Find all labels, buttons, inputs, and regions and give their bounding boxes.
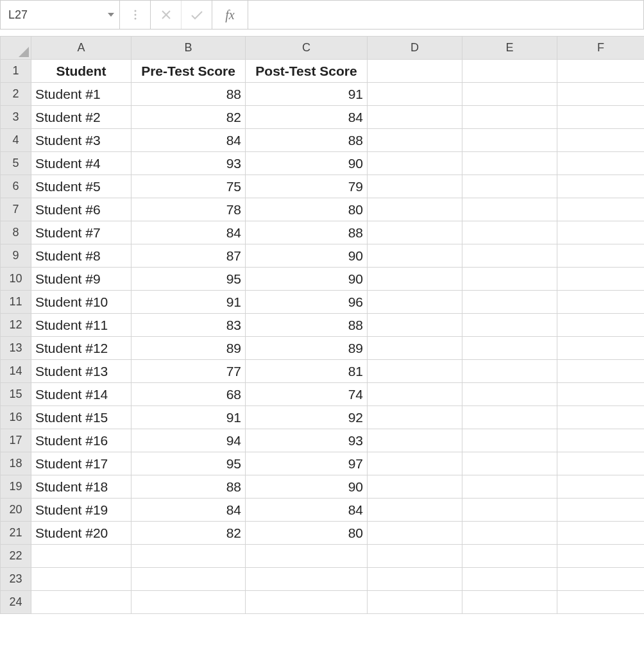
cell[interactable]: 93 — [131, 152, 246, 175]
cell[interactable] — [368, 152, 462, 175]
cell[interactable] — [462, 429, 557, 452]
cell[interactable]: 84 — [246, 499, 368, 522]
cell[interactable] — [462, 499, 557, 522]
cell[interactable] — [131, 568, 246, 591]
cell[interactable]: 77 — [131, 360, 246, 383]
row-header[interactable]: 4 — [1, 129, 31, 152]
cell[interactable]: Student #4 — [31, 152, 131, 175]
cell[interactable] — [368, 221, 462, 244]
col-header-F[interactable]: F — [557, 37, 645, 60]
cell[interactable] — [462, 106, 557, 129]
cell[interactable] — [462, 475, 557, 499]
row-header[interactable]: 21 — [1, 522, 31, 545]
cell[interactable] — [462, 83, 557, 106]
cell[interactable] — [368, 83, 462, 106]
cell[interactable] — [557, 475, 645, 499]
cell[interactable] — [557, 383, 645, 406]
cell[interactable]: Student #11 — [31, 314, 131, 337]
cell[interactable]: Student #15 — [31, 406, 131, 429]
col-header-E[interactable]: E — [462, 37, 557, 60]
cell[interactable] — [368, 244, 462, 268]
cell[interactable]: 80 — [246, 522, 368, 545]
cell[interactable] — [557, 406, 645, 429]
cell[interactable] — [557, 221, 645, 244]
cell[interactable]: Student #20 — [31, 522, 131, 545]
cell[interactable] — [557, 175, 645, 198]
row-header[interactable]: 20 — [1, 499, 31, 522]
chevron-down-icon[interactable] — [108, 10, 114, 20]
name-box[interactable]: L27 — [1, 1, 120, 29]
cell[interactable] — [368, 383, 462, 406]
cell[interactable]: 91 — [246, 83, 368, 106]
row-header[interactable]: 11 — [1, 291, 31, 314]
cell[interactable]: 88 — [131, 475, 246, 499]
row-header[interactable]: 3 — [1, 106, 31, 129]
cell[interactable]: 78 — [131, 198, 246, 221]
cell[interactable] — [368, 406, 462, 429]
cell[interactable] — [462, 198, 557, 221]
cell[interactable] — [557, 314, 645, 337]
cell[interactable]: 94 — [131, 429, 246, 452]
cell[interactable]: Student #3 — [31, 129, 131, 152]
cell[interactable]: 74 — [246, 383, 368, 406]
cell[interactable] — [462, 545, 557, 568]
cell[interactable]: 84 — [246, 106, 368, 129]
cell[interactable] — [557, 360, 645, 383]
col-header-B[interactable]: B — [131, 37, 246, 60]
cell[interactable]: Student #5 — [31, 175, 131, 198]
cell[interactable] — [246, 568, 368, 591]
cell[interactable] — [368, 314, 462, 337]
cell[interactable] — [368, 429, 462, 452]
cell[interactable] — [462, 244, 557, 268]
row-header[interactable]: 10 — [1, 268, 31, 291]
cell[interactable]: Student #10 — [31, 291, 131, 314]
row-header[interactable]: 9 — [1, 244, 31, 268]
cell[interactable] — [462, 337, 557, 360]
col-header-C[interactable]: C — [246, 37, 368, 60]
cell[interactable] — [462, 406, 557, 429]
cell[interactable]: 84 — [131, 499, 246, 522]
cell[interactable] — [368, 106, 462, 129]
spreadsheet-grid[interactable]: A B C D E F 1StudentPre-Test ScorePost-T… — [0, 36, 644, 614]
cell[interactable] — [557, 244, 645, 268]
cell[interactable] — [557, 591, 645, 614]
cell[interactable] — [557, 522, 645, 545]
cell[interactable]: 90 — [246, 475, 368, 499]
cell[interactable] — [368, 360, 462, 383]
fx-icon[interactable]: fx — [212, 1, 248, 29]
cell[interactable]: Student #18 — [31, 475, 131, 499]
cell[interactable]: 82 — [131, 106, 246, 129]
cell[interactable]: 82 — [131, 522, 246, 545]
cell[interactable]: 88 — [246, 314, 368, 337]
row-header[interactable]: 24 — [1, 591, 31, 614]
row-header[interactable]: 17 — [1, 429, 31, 452]
cell[interactable]: 81 — [246, 360, 368, 383]
cell[interactable]: 97 — [246, 452, 368, 475]
cell[interactable]: Student #12 — [31, 337, 131, 360]
cell[interactable]: 88 — [131, 83, 246, 106]
cell[interactable] — [368, 568, 462, 591]
cell[interactable] — [557, 60, 645, 83]
cell[interactable]: Student #17 — [31, 452, 131, 475]
cell[interactable] — [368, 291, 462, 314]
cell[interactable]: 93 — [246, 429, 368, 452]
cell[interactable] — [462, 383, 557, 406]
cell[interactable] — [557, 291, 645, 314]
cell[interactable] — [368, 499, 462, 522]
cell[interactable] — [31, 545, 131, 568]
cell[interactable] — [246, 545, 368, 568]
cell[interactable]: 90 — [246, 152, 368, 175]
cell[interactable]: 90 — [246, 244, 368, 268]
cell[interactable] — [462, 291, 557, 314]
cell[interactable] — [246, 591, 368, 614]
cell[interactable] — [462, 221, 557, 244]
cell[interactable]: Student — [31, 60, 131, 83]
cell[interactable]: 90 — [246, 268, 368, 291]
cell[interactable] — [557, 198, 645, 221]
cell[interactable]: Student #7 — [31, 221, 131, 244]
row-header[interactable]: 14 — [1, 360, 31, 383]
cell[interactable] — [368, 522, 462, 545]
formula-input[interactable] — [248, 1, 643, 29]
cell[interactable]: 91 — [131, 291, 246, 314]
row-header[interactable]: 12 — [1, 314, 31, 337]
